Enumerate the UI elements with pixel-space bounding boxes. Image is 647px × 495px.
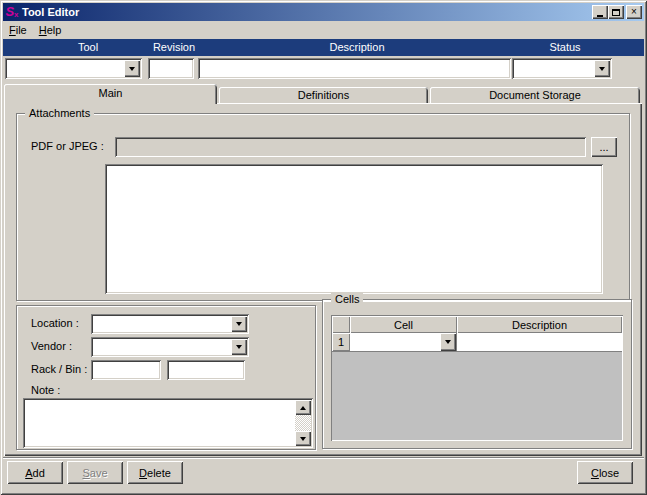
vendor-dropdown-button[interactable] (231, 339, 247, 355)
maximize-icon (612, 9, 620, 16)
minimize-button[interactable] (592, 5, 608, 19)
vendor-input[interactable] (93, 339, 231, 355)
note-textarea[interactable] (25, 400, 295, 446)
grid-corner-header[interactable] (332, 316, 350, 333)
pdf-jpeg-field (115, 137, 586, 157)
grid-header-description[interactable]: Description (457, 316, 622, 333)
column-header-status: Status (515, 41, 615, 53)
vendor-combobox[interactable] (91, 337, 249, 357)
grid-row-number[interactable]: 1 (332, 333, 350, 351)
rack-input[interactable] (91, 360, 161, 380)
cell-combo-value[interactable] (350, 333, 440, 351)
chevron-down-icon (236, 322, 242, 326)
column-header-tool: Tool (18, 41, 158, 53)
note-label: Note : (31, 384, 60, 396)
chevron-down-icon (445, 340, 451, 344)
grid-header-cell[interactable]: Cell (350, 316, 457, 333)
status-combobox[interactable] (512, 58, 612, 79)
vendor-label: Vendor : (31, 340, 72, 352)
close-action-button[interactable]: Close (577, 461, 633, 484)
cells-groupbox: Cells Cell Description 1 (322, 299, 632, 449)
cells-grid-row: 1 (332, 333, 622, 352)
cells-legend: Cells (331, 292, 363, 306)
scroll-up-button[interactable] (295, 400, 311, 415)
menu-help[interactable]: Help (33, 22, 68, 38)
save-button[interactable]: Save (67, 461, 123, 484)
column-header-revision: Revision (148, 41, 200, 53)
tab-document-storage[interactable]: Document Storage (430, 87, 640, 103)
maximize-button[interactable] (608, 5, 624, 19)
scroll-down-button[interactable] (295, 431, 311, 446)
description-input[interactable] (198, 58, 511, 79)
window-title: Tool Editor (19, 6, 592, 18)
close-icon: × (631, 7, 637, 17)
attachments-groupbox: Attachments PDF or JPEG : ... (16, 113, 630, 301)
arrow-down-icon (300, 437, 306, 441)
button-bar-separator (3, 457, 644, 459)
chevron-down-icon (129, 67, 135, 71)
tool-editor-window: Sx Tool Editor × File Help Tool Revision… (0, 0, 647, 495)
cells-grid: Cell Description 1 (331, 315, 623, 441)
attachments-legend: Attachments (25, 106, 94, 120)
chevron-down-icon (599, 67, 605, 71)
scrollbar-track[interactable] (295, 415, 311, 431)
cell-description-field[interactable] (457, 333, 622, 351)
status-input[interactable] (514, 60, 594, 77)
rack-bin-label: Rack / Bin : (31, 363, 87, 375)
cells-grid-header-row: Cell Description (332, 316, 622, 333)
column-header-strip: Tool Revision Description Status (3, 39, 644, 56)
revision-input[interactable] (148, 58, 194, 79)
location-label: Location : (31, 317, 79, 329)
menubar: File Help (3, 21, 644, 39)
tool-combobox[interactable] (5, 58, 142, 79)
arrow-up-icon (300, 406, 306, 410)
chevron-down-icon (236, 345, 242, 349)
titlebar[interactable]: Sx Tool Editor × (3, 3, 644, 21)
tool-input[interactable] (7, 60, 124, 77)
close-button[interactable]: × (626, 5, 642, 19)
pdf-jpeg-label: PDF or JPEG : (31, 140, 104, 152)
location-input[interactable] (93, 316, 231, 332)
bin-input[interactable] (167, 360, 245, 380)
menu-file[interactable]: File (3, 22, 33, 38)
add-button[interactable]: Add (7, 461, 63, 484)
status-dropdown-button[interactable] (594, 60, 610, 77)
tool-dropdown-button[interactable] (124, 60, 140, 77)
location-dropdown-button[interactable] (231, 316, 247, 332)
location-combobox[interactable] (91, 314, 249, 334)
tab-main[interactable]: Main (4, 84, 217, 104)
delete-button[interactable]: Delete (127, 461, 183, 484)
attachment-preview-area (105, 164, 603, 294)
note-field (23, 398, 313, 448)
minimize-icon (597, 15, 603, 17)
app-icon-sub: x (14, 8, 18, 22)
browse-button[interactable]: ... (591, 137, 617, 157)
app-icon-letter: S (5, 5, 14, 19)
tab-definitions[interactable]: Definitions (219, 87, 428, 103)
details-groupbox: Location : Vendor : Rack / Bin : Note : (16, 305, 316, 450)
column-header-description: Description (200, 41, 514, 53)
app-icon[interactable]: Sx (5, 5, 19, 19)
grid-empty-area (332, 352, 622, 440)
main-tab-panel: Attachments PDF or JPEG : ... Location :… (4, 103, 642, 456)
note-scrollbar[interactable] (295, 400, 311, 446)
cell-combobox[interactable] (350, 333, 457, 351)
cell-dropdown-button[interactable] (440, 333, 456, 351)
